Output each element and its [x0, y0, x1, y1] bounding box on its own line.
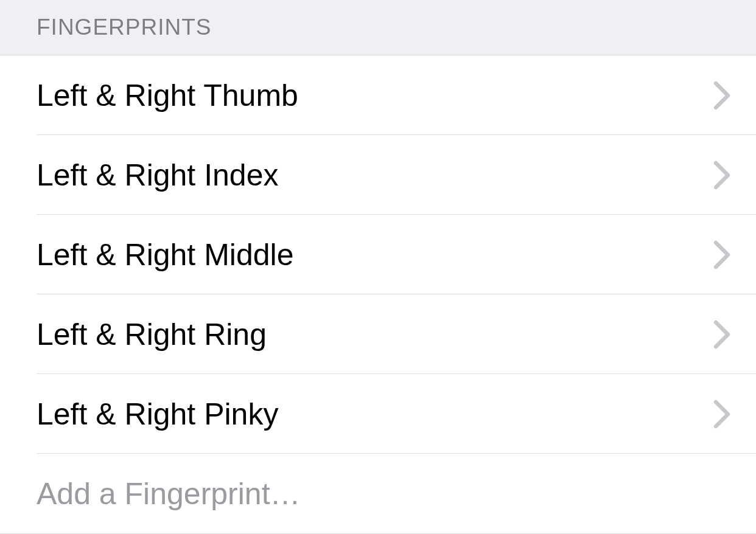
- fingerprint-item-label: Left & Right Pinky: [37, 397, 713, 432]
- fingerprints-list: Left & Right Thumb Left & Right Index Le…: [0, 55, 756, 534]
- add-fingerprint-label: Add a Fingerprint…: [37, 476, 730, 511]
- fingerprint-item-middle[interactable]: Left & Right Middle: [0, 215, 756, 294]
- add-fingerprint-button[interactable]: Add a Fingerprint…: [0, 454, 756, 533]
- chevron-right-icon: [713, 240, 730, 269]
- chevron-right-icon: [713, 81, 730, 110]
- fingerprint-item-label: Left & Right Index: [37, 158, 713, 193]
- fingerprint-item-thumb[interactable]: Left & Right Thumb: [0, 55, 756, 135]
- chevron-right-icon: [713, 161, 730, 190]
- fingerprint-item-index[interactable]: Left & Right Index: [0, 135, 756, 215]
- fingerprint-item-pinky[interactable]: Left & Right Pinky: [0, 374, 756, 454]
- chevron-right-icon: [713, 320, 730, 349]
- fingerprint-item-label: Left & Right Ring: [37, 317, 713, 352]
- fingerprint-item-label: Left & Right Thumb: [37, 78, 713, 113]
- fingerprint-item-label: Left & Right Middle: [37, 237, 713, 272]
- fingerprint-item-ring[interactable]: Left & Right Ring: [0, 294, 756, 374]
- section-header-fingerprints: FINGERPRINTS: [0, 0, 756, 55]
- chevron-right-icon: [713, 400, 730, 429]
